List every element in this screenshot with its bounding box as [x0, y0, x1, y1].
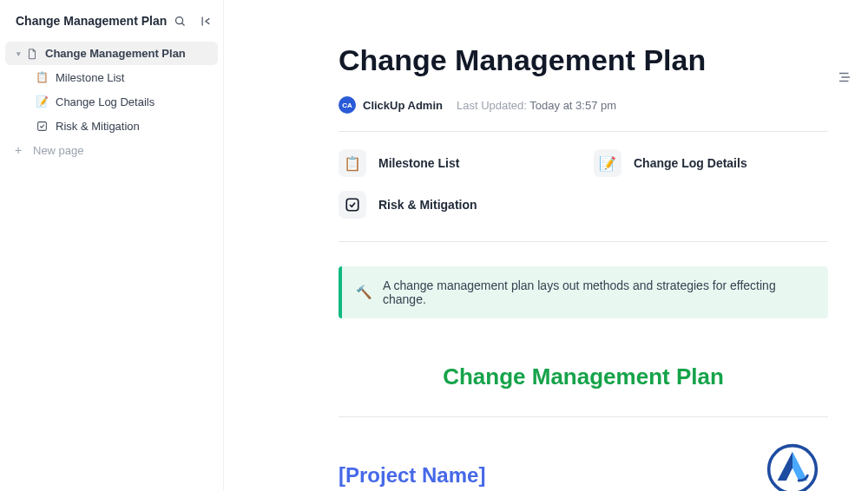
sidebar: Change Management Plan ▾ Change Manageme… [0, 0, 224, 491]
updated-value: Today at 3:57 pm [529, 99, 616, 112]
toc-icon[interactable] [837, 69, 852, 88]
svg-line-1 [181, 23, 184, 25]
project-name-placeholder[interactable]: [Project Name] [339, 463, 485, 488]
card-risk-mitigation[interactable]: Risk & Mitigation [339, 191, 573, 219]
avatar[interactable]: CA [339, 96, 356, 114]
sidebar-header: Change Management Plan [0, 7, 223, 38]
section-heading[interactable]: Change Management Plan [339, 363, 828, 390]
checkbox-icon [339, 191, 366, 219]
nav-item-change-management-plan[interactable]: ▾ Change Management Plan [5, 42, 218, 65]
nav-item-milestone-list[interactable]: 📋 Milestone List [5, 65, 218, 89]
author-name[interactable]: ClickUp Admin [363, 99, 443, 112]
sidebar-title: Change Management Plan [16, 14, 167, 28]
company-logo: COMPANY NAME [757, 438, 828, 491]
card-milestone-list[interactable]: 📋 Milestone List [339, 149, 573, 177]
nav-item-change-log-details[interactable]: 📝 Change Log Details [5, 89, 218, 114]
company-logo-mark [761, 438, 824, 491]
updated-label: Last Updated: [457, 99, 527, 112]
svg-rect-3 [37, 121, 46, 130]
updated-block: Last Updated: Today at 3:57 pm [457, 99, 616, 112]
divider [339, 131, 828, 132]
divider [339, 241, 828, 242]
nav-item-label: Change Management Plan [45, 47, 186, 60]
memo-icon: 📝 [594, 149, 621, 177]
divider [339, 416, 828, 417]
memo-icon: 📝 [35, 95, 49, 108]
checkbox-icon [35, 119, 49, 133]
main-content: Change Management Plan CA ClickUp Admin … [224, 0, 868, 491]
card-change-log-details[interactable]: 📝 Change Log Details [594, 149, 828, 177]
new-page-button[interactable]: + New page [0, 138, 223, 162]
clipboard-icon: 📋 [339, 149, 366, 177]
search-icon[interactable] [173, 14, 187, 28]
nav-item-risk-mitigation[interactable]: Risk & Mitigation [5, 114, 218, 138]
sidebar-header-actions [173, 14, 213, 28]
collapse-sidebar-icon[interactable] [199, 14, 213, 28]
card-label: Change Log Details [634, 156, 747, 170]
new-page-label: New page [33, 144, 84, 157]
plus-icon: + [12, 143, 24, 157]
page-title[interactable]: Change Management Plan [339, 43, 828, 77]
project-row: [Project Name] COMPANY NAME [339, 438, 828, 491]
clipboard-icon: 📋 [35, 70, 49, 84]
svg-point-0 [175, 16, 182, 23]
nav-item-label: Change Log Details [56, 95, 155, 108]
nav-item-label: Milestone List [56, 71, 124, 84]
callout-block[interactable]: 🔨 A change management plan lays out meth… [339, 266, 828, 318]
svg-rect-7 [346, 199, 358, 211]
callout-text: A change management plan lays out method… [383, 278, 814, 306]
card-label: Risk & Mitigation [378, 198, 477, 212]
nav-item-label: Risk & Mitigation [56, 120, 140, 133]
subpage-cards: 📋 Milestone List 📝 Change Log Details Ri… [339, 149, 828, 219]
hammer-icon: 🔨 [356, 285, 372, 300]
card-label: Milestone List [378, 156, 459, 170]
document-icon [26, 48, 38, 60]
nav-list: ▾ Change Management Plan 📋 Milestone Lis… [0, 38, 223, 138]
content: Change Management Plan CA ClickUp Admin … [339, 43, 828, 491]
page-meta: CA ClickUp Admin Last Updated: Today at … [339, 96, 828, 114]
chevron-down-icon[interactable]: ▾ [12, 48, 24, 60]
